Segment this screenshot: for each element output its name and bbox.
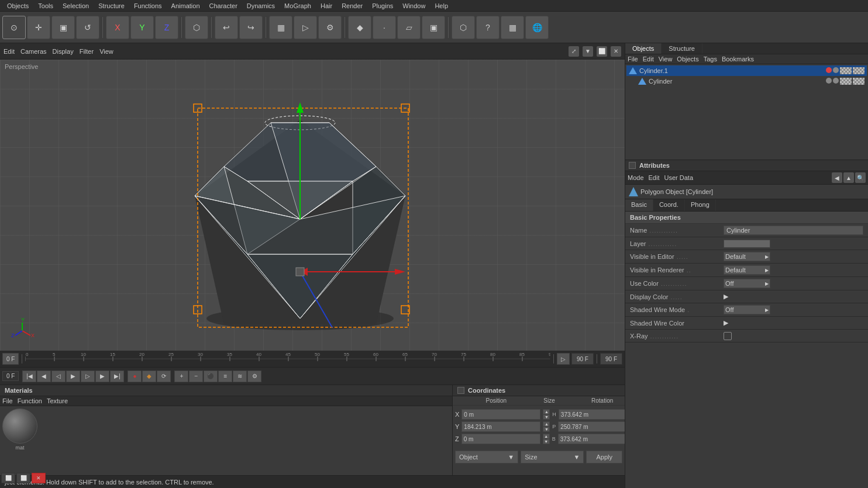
toolbar-redo[interactable]: ↪ (239, 16, 263, 39)
attrs-checkbox[interactable] (629, 162, 636, 169)
apply-button[interactable]: Apply (586, 451, 622, 463)
play-next[interactable]: ▷ (81, 371, 95, 382)
obj-menu-file[interactable]: File (628, 56, 638, 63)
toolbar-hud[interactable]: ▦ (501, 16, 524, 39)
coords-dn-pos-z[interactable]: ▼ (543, 439, 550, 444)
prop-input-name[interactable] (724, 226, 863, 235)
viewport[interactable]: Perspective (0, 60, 625, 367)
prop-checkbox-xray[interactable] (724, 332, 732, 340)
toolbar-world[interactable]: ⬡ (185, 16, 208, 39)
toolbar-render-settings[interactable]: ⚙ (318, 16, 342, 39)
coords-pos-x[interactable] (461, 409, 540, 420)
vb-frame-start[interactable]: 0 F (2, 353, 19, 365)
toolbar-z-axis[interactable]: Z (155, 16, 178, 39)
toolbar-help[interactable]: ? (476, 16, 500, 39)
attrs-edit[interactable]: Edit (649, 174, 660, 181)
play-autokey[interactable]: ⚫ (204, 371, 218, 382)
vb-frame-end1[interactable]: 90 F (571, 353, 594, 365)
prop-dropdown-use-color[interactable]: Off ▶ (724, 279, 770, 288)
prop-display-color-arrow[interactable]: ▶ (724, 293, 728, 300)
menu-functions[interactable]: Functions (129, 1, 167, 11)
toolbar-render-view[interactable]: ▷ (294, 16, 317, 39)
obj-menu-tags[interactable]: Tags (704, 56, 717, 63)
vt-icon-close[interactable]: ✕ (611, 46, 621, 57)
list-item[interactable]: Cylinder.1 (626, 65, 867, 76)
coords-dn-pos-y[interactable]: ▼ (543, 427, 550, 432)
frame-counter[interactable]: 0 F (2, 371, 19, 381)
coords-up-pos-y[interactable]: ▲ (543, 421, 550, 427)
menu-hair[interactable]: Hair (316, 1, 337, 11)
obj-menu-objects[interactable]: Objects (677, 56, 698, 63)
coords-checkbox[interactable] (457, 387, 464, 394)
toolbar-edge-mode[interactable]: ▱ (397, 16, 421, 39)
win-ctrl-close[interactable]: ✕ (32, 473, 46, 483)
attrs-userdata[interactable]: User Data (664, 174, 694, 181)
toolbar-render-region[interactable]: ▦ (269, 16, 292, 39)
tab-phong[interactable]: Phong (685, 199, 716, 211)
nav-search[interactable]: 🔍 (855, 172, 866, 183)
obj-menu-bookmarks[interactable]: Bookmarks (722, 56, 754, 63)
menu-mograph[interactable]: MoGraph (280, 1, 316, 11)
coords-dn-pos-x[interactable]: ▼ (543, 414, 550, 420)
toolbar-move[interactable]: ✛ (27, 16, 50, 39)
tab-objects[interactable]: Objects (625, 43, 662, 54)
toolbar-undo[interactable]: ↩ (215, 16, 238, 39)
obj-menu-view[interactable]: View (659, 56, 673, 63)
play-add-key[interactable]: + (174, 371, 188, 382)
material-item-1[interactable]: mat (2, 409, 37, 451)
list-item[interactable]: Cylinder (626, 76, 867, 86)
win-ctrl-2[interactable]: ⬜ (16, 473, 30, 483)
play-last-frame[interactable]: ▶| (110, 371, 124, 382)
play-del-key[interactable]: − (189, 371, 203, 382)
menu-help[interactable]: Help (430, 1, 453, 11)
menu-render[interactable]: Render (337, 1, 367, 11)
coords-size-btn[interactable]: Size ▼ (521, 451, 584, 463)
menu-animation[interactable]: Animation (167, 1, 205, 11)
coords-up-pos-x[interactable]: ▲ (543, 409, 550, 414)
prop-shaded-wire-color-arrow[interactable]: ▶ (724, 319, 728, 327)
coords-object-btn[interactable]: Object ▼ (455, 451, 518, 463)
menu-selection[interactable]: Selection (58, 1, 94, 11)
win-ctrl-1[interactable]: ⬜ (1, 473, 15, 483)
play-record[interactable]: ● (128, 371, 142, 382)
obj-menu-edit[interactable]: Edit (643, 56, 654, 63)
vt-edit[interactable]: Edit (4, 48, 15, 55)
toolbar-internet[interactable]: 🌐 (525, 16, 549, 39)
toolbar-poly-mode[interactable]: ▣ (422, 16, 445, 39)
nav-back[interactable]: ◀ (832, 172, 842, 183)
prop-layer-color[interactable] (724, 240, 770, 248)
attrs-mode[interactable]: Mode (628, 174, 644, 181)
menu-structure[interactable]: Structure (94, 1, 129, 11)
toolbar-pt-mode[interactable]: · (373, 16, 396, 39)
vt-display[interactable]: Display (53, 48, 74, 55)
toolbar-select[interactable]: ⊙ (2, 16, 26, 39)
play-motion[interactable]: ≋ (233, 371, 247, 382)
play-prev-frame[interactable]: ◀ (37, 371, 51, 382)
menu-character[interactable]: Character (205, 1, 242, 11)
menu-objects[interactable]: Objects (2, 1, 33, 11)
material-ball[interactable] (2, 409, 37, 444)
prop-dropdown-vis-editor[interactable]: Default ▶ (724, 252, 770, 261)
play-prev[interactable]: ◁ (51, 371, 66, 382)
toolbar-y-axis[interactable]: Y (130, 16, 154, 39)
prop-dropdown-shaded-wire[interactable]: Off ▶ (724, 305, 770, 314)
vb-frame-end2[interactable]: 90 F (600, 353, 622, 365)
prop-dropdown-vis-renderer[interactable]: Default ▶ (724, 265, 770, 275)
materials-texture[interactable]: Texture (47, 397, 68, 404)
toolbar-snap[interactable]: ⬡ (452, 16, 475, 39)
play-first-frame[interactable]: |◀ (22, 371, 36, 382)
play-timeline[interactable]: ≡ (218, 371, 232, 382)
play-keyframe[interactable]: ◆ (142, 371, 156, 382)
vt-icon-move[interactable]: ⤢ (569, 46, 579, 57)
play-play[interactable]: ▶ (66, 371, 80, 382)
vb-play-icon[interactable]: ▷ (557, 353, 570, 365)
vt-filter[interactable]: Filter (80, 48, 94, 55)
play-loop[interactable]: ⟳ (157, 371, 171, 382)
menu-dynamics[interactable]: Dynamics (242, 1, 280, 11)
play-next-frame[interactable]: ▶ (95, 371, 109, 382)
vt-view[interactable]: View (99, 48, 113, 55)
toolbar-rotate[interactable]: ↺ (76, 16, 99, 39)
tab-structure[interactable]: Structure (662, 43, 702, 54)
menu-plugins[interactable]: Plugins (367, 1, 398, 11)
vt-cameras[interactable]: Cameras (20, 48, 47, 55)
